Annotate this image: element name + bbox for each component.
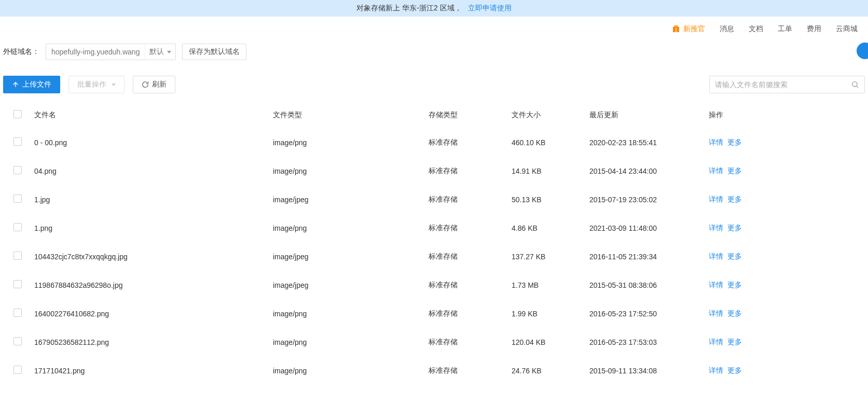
cell-updated: 2016-11-05 21:39:34 [589,242,709,271]
cell-size: 137.27 KB [512,242,589,271]
cell-size: 24.76 KB [512,356,589,385]
save-default-button[interactable]: 保存为默认域名 [182,44,246,60]
upload-button[interactable]: 上传文件 [3,76,60,93]
cell-size: 14.91 KB [512,157,589,185]
domain-type-dropdown[interactable]: 默认 [145,44,175,60]
col-header-updated: 最后更新 [589,102,709,128]
table-row: 104432cjc7c8tx7xxqqkgq.jpgimage/jpeg标准存储… [3,242,865,271]
cell-storage: 标准存储 [429,271,512,299]
nav-promo-label: 新推官 [683,24,705,34]
select-all-checkbox[interactable] [13,110,22,118]
cell-size: 1.99 KB [512,299,589,328]
cell-name: 04.png [34,157,273,185]
detail-link[interactable]: 详情 [709,338,723,346]
chevron-down-icon [112,83,116,86]
cell-size: 1.73 MB [512,271,589,299]
detail-link[interactable]: 详情 [709,281,723,289]
more-link[interactable]: 更多 [727,281,742,289]
cell-name: 171710421.png [34,356,273,385]
row-checkbox[interactable] [13,166,22,174]
more-link[interactable]: 更多 [727,366,742,374]
row-checkbox[interactable] [13,337,22,345]
domain-type-label: 默认 [149,47,164,57]
refresh-button[interactable]: 刷新 [133,76,175,93]
cell-type: image/jpeg [273,271,429,299]
more-link[interactable]: 更多 [727,309,742,317]
cell-type: image/png [273,299,429,328]
row-checkbox[interactable] [13,252,22,260]
nav-item-billing[interactable]: 费用 [807,24,821,34]
cell-size: 50.13 KB [512,185,589,214]
cell-updated: 2015-07-19 23:05:02 [589,185,709,214]
row-checkbox[interactable] [13,280,22,288]
detail-link[interactable]: 详情 [709,309,723,317]
search-input[interactable] [715,80,851,89]
more-link[interactable]: 更多 [727,195,742,203]
row-checkbox[interactable] [13,223,22,231]
cell-type: image/png [273,356,429,385]
cell-storage: 标准存储 [429,214,512,242]
chevron-down-icon [167,51,171,53]
banner-text: 对象存储新上 华东-浙江2 区域， [356,4,461,12]
promo-banner: 对象存储新上 华东-浙江2 区域， 立即申请使用 [0,0,868,17]
more-link[interactable]: 更多 [727,138,742,146]
more-link[interactable]: 更多 [727,224,742,232]
gift-icon [672,25,680,33]
batch-button[interactable]: 批量操作 [68,76,125,93]
upload-label: 上传文件 [22,80,51,89]
cell-updated: 2016-05-23 17:53:03 [589,328,709,356]
cell-storage: 标准存储 [429,185,512,214]
table-row: 119867884632a96298o.jpgimage/jpeg标准存储1.7… [3,271,865,299]
refresh-icon [142,81,149,88]
banner-link[interactable]: 立即申请使用 [468,4,512,12]
row-checkbox[interactable] [13,194,22,203]
cell-storage: 标准存储 [429,128,512,157]
table-row: 167905236582112.pngimage/png标准存储120.04 K… [3,328,865,356]
nav-item-tickets[interactable]: 工单 [778,24,792,34]
row-checkbox[interactable] [13,309,22,317]
svg-rect-1 [677,28,679,32]
detail-link[interactable]: 详情 [709,138,723,146]
detail-link[interactable]: 详情 [709,195,723,203]
refresh-label: 刷新 [152,80,167,89]
cell-updated: 2016-05-23 17:52:50 [589,299,709,328]
cell-name: 1.png [34,214,273,242]
nav-item-docs[interactable]: 文档 [749,24,763,34]
cell-name: 119867884632a96298o.jpg [34,271,273,299]
domain-label: 外链域名： [3,47,39,57]
more-link[interactable]: 更多 [727,252,742,260]
detail-link[interactable]: 详情 [709,224,723,232]
detail-link[interactable]: 详情 [709,166,723,175]
cell-size: 4.86 KB [512,214,589,242]
more-link[interactable]: 更多 [727,338,742,346]
nav-promo[interactable]: 新推官 [672,24,705,34]
nav-item-messages[interactable]: 消息 [720,24,734,34]
file-table: 文件名 文件类型 存储类型 文件大小 最后更新 操作 0 - 00.pngima… [3,102,865,385]
nav-item-marketplace[interactable]: 云商城 [836,24,858,34]
cell-type: image/png [273,328,429,356]
domain-selector[interactable]: hopefully-img.yueduh.wang 默认 [46,44,176,60]
col-header-type: 文件类型 [273,102,429,128]
top-nav: 新推官 消息 文档 工单 费用 云商城 [0,17,868,41]
domain-value: hopefully-img.yueduh.wang [46,48,145,56]
svg-rect-2 [673,27,679,28]
cell-storage: 标准存储 [429,157,512,185]
more-link[interactable]: 更多 [727,166,742,175]
cell-storage: 标准存储 [429,328,512,356]
table-row: 171710421.pngimage/png标准存储24.76 KB2015-0… [3,356,865,385]
row-checkbox[interactable] [13,137,22,146]
detail-link[interactable]: 详情 [709,366,723,374]
table-row: 0 - 00.pngimage/png标准存储460.10 KB2020-02-… [3,128,865,157]
cell-size: 460.10 KB [512,128,589,157]
svg-point-4 [677,25,678,27]
col-header-storage: 存储类型 [429,102,512,128]
svg-rect-0 [673,28,676,32]
search-icon[interactable] [851,80,859,89]
cell-type: image/jpeg [273,185,429,214]
svg-point-3 [674,25,676,27]
cell-type: image/png [273,214,429,242]
table-row: 164002276410682.pngimage/png标准存储1.99 KB2… [3,299,865,328]
detail-link[interactable]: 详情 [709,252,723,260]
row-checkbox[interactable] [13,366,22,374]
table-row: 1.pngimage/png标准存储4.86 KB2021-03-09 11:4… [3,214,865,242]
